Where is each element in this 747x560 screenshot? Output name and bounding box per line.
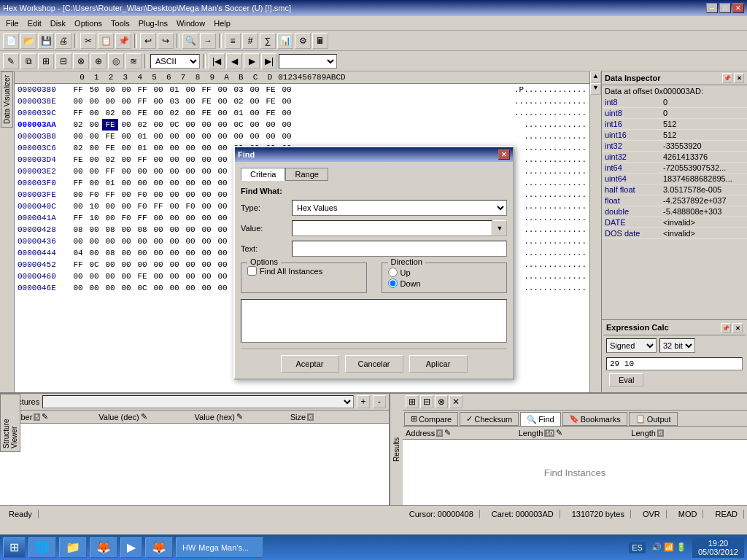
fd-find-all-checkbox[interactable] <box>247 266 257 276</box>
fd-up-label: Up <box>400 268 411 277</box>
fd-value-dropdown[interactable]: ▼ <box>492 220 507 236</box>
fd-content-area <box>241 299 507 343</box>
fd-down-row: Down <box>388 279 501 288</box>
fd-type-row: Type: Hex Values ASCII Unicode Binary <box>241 200 507 216</box>
fd-options-title: Options <box>247 257 281 266</box>
fd-body: Criteria Range Find What: Type: Hex Valu… <box>235 162 513 378</box>
fd-down-label: Down <box>400 279 421 288</box>
fd-text-row: Text: <box>241 241 507 257</box>
fd-value-input[interactable] <box>292 220 492 236</box>
fd-value-row: Value: ▼ <box>241 220 507 236</box>
fd-apply-button[interactable]: Aplicar <box>409 355 468 373</box>
fd-find-all-row: Find All Instances <box>247 266 360 276</box>
fd-down-radio[interactable] <box>388 279 398 288</box>
fd-type-label: Type: <box>241 203 292 212</box>
fd-title-bar: Find ✕ <box>235 147 513 162</box>
fd-up-row: Up <box>388 268 501 277</box>
fd-up-radio[interactable] <box>388 268 398 277</box>
fd-cancel-button[interactable]: Cancelar <box>345 355 403 373</box>
fd-value-label: Value: <box>241 224 292 233</box>
fd-text-input[interactable] <box>292 241 507 257</box>
fd-direction-box: Direction Up Down <box>382 262 508 293</box>
fd-find-all-label: Find All Instances <box>260 267 322 276</box>
fd-accept-button[interactable]: Aceptar <box>281 355 339 373</box>
fd-options-direction: Options Find All Instances Direction Up … <box>241 262 507 293</box>
fd-buttons: Aceptar Cancelar Aplicar <box>241 349 507 373</box>
fd-close-button[interactable]: ✕ <box>498 149 510 160</box>
fd-title-text: Find <box>238 150 255 159</box>
fd-options-box: Options Find All Instances <box>241 262 367 293</box>
fd-tab-criteria[interactable]: Criteria <box>241 168 285 181</box>
find-dialog: Find ✕ Criteria Range Find What: Type: H… <box>233 146 514 380</box>
fd-find-what: Find What: <box>241 187 507 195</box>
fd-type-select[interactable]: Hex Values ASCII Unicode Binary <box>292 200 507 216</box>
fd-text-label: Text: <box>241 244 292 253</box>
fd-direction-title: Direction <box>388 257 425 266</box>
fd-tab-range[interactable]: Range <box>285 168 328 181</box>
fd-tabs: Criteria Range <box>241 168 507 181</box>
